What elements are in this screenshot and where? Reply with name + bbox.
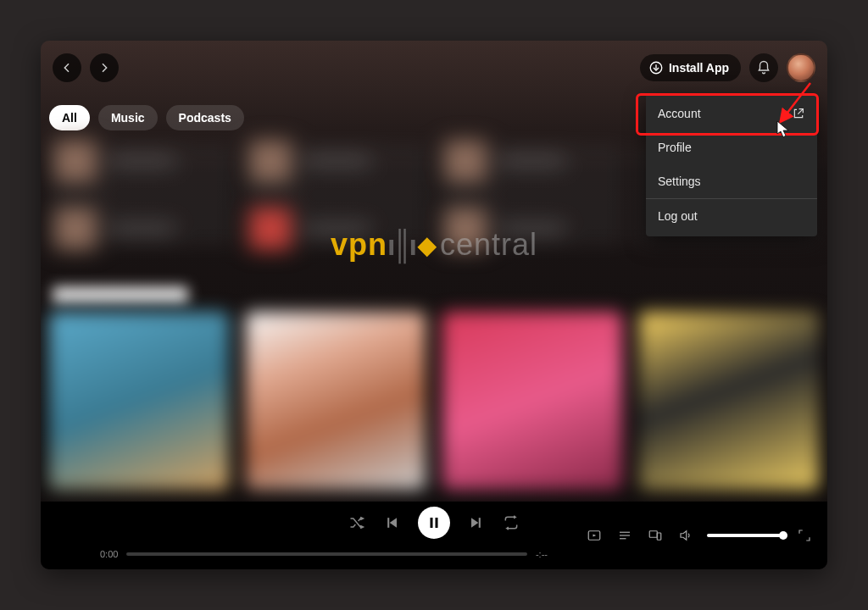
shuffle-icon xyxy=(348,514,365,531)
shuffle-button[interactable] xyxy=(347,513,367,533)
svg-marker-4 xyxy=(390,518,397,528)
menu-item-label: Log out xyxy=(658,209,698,223)
pause-icon xyxy=(426,515,442,530)
svg-rect-9 xyxy=(479,518,481,528)
video-icon xyxy=(587,528,602,543)
previous-button[interactable] xyxy=(382,513,403,533)
user-menu-dropdown: Account Profile Settings Log out xyxy=(646,93,817,236)
progress-slider[interactable] xyxy=(126,552,527,556)
chevron-right-icon xyxy=(97,61,111,75)
player-right-controls xyxy=(585,502,814,569)
queue-button[interactable] xyxy=(615,526,634,545)
chevron-left-icon xyxy=(60,61,74,75)
nav-forward-button[interactable] xyxy=(90,53,119,82)
playback-controls xyxy=(347,507,521,539)
menu-item-label: Profile xyxy=(658,141,692,154)
skip-back-icon xyxy=(384,514,401,531)
repeat-button[interactable] xyxy=(501,513,521,533)
repeat-icon xyxy=(503,514,520,531)
volume-slider[interactable] xyxy=(707,534,783,537)
menu-item-profile[interactable]: Profile xyxy=(646,130,817,164)
user-avatar-button[interactable] xyxy=(787,53,815,82)
svg-marker-11 xyxy=(593,535,597,537)
shortcut-card[interactable] xyxy=(49,144,234,246)
play-pause-button[interactable] xyxy=(418,507,450,539)
top-bar: Install App xyxy=(41,41,827,95)
album-card[interactable] xyxy=(246,312,426,490)
elapsed-time: 0:00 xyxy=(100,549,118,559)
connect-device-button[interactable] xyxy=(646,526,665,545)
mute-button[interactable] xyxy=(676,526,695,545)
filter-chip-podcasts[interactable]: Podcasts xyxy=(166,105,244,130)
svg-marker-17 xyxy=(681,531,687,541)
nav-back-button[interactable] xyxy=(53,53,81,82)
album-card[interactable] xyxy=(639,312,819,490)
svg-rect-6 xyxy=(431,518,433,528)
svg-rect-5 xyxy=(387,518,389,528)
expand-icon xyxy=(797,528,812,543)
menu-item-label: Account xyxy=(658,107,701,120)
album-card[interactable] xyxy=(49,312,229,490)
shortcut-card[interactable] xyxy=(244,144,429,246)
fullscreen-button[interactable] xyxy=(795,526,814,545)
external-link-icon xyxy=(792,107,805,120)
menu-item-account[interactable]: Account xyxy=(646,97,817,130)
queue-icon xyxy=(617,528,632,543)
menu-item-logout[interactable]: Log out xyxy=(646,198,817,233)
filter-chip-row: All Music Podcasts xyxy=(49,105,244,130)
recommendation-row xyxy=(49,312,819,490)
next-button[interactable] xyxy=(465,513,486,533)
devices-icon xyxy=(648,528,663,543)
notifications-button[interactable] xyxy=(749,53,778,82)
total-time: -:-- xyxy=(536,549,548,559)
now-playing-view-button[interactable] xyxy=(585,526,604,545)
svg-marker-8 xyxy=(471,518,478,528)
skip-forward-icon xyxy=(467,514,484,531)
svg-rect-15 xyxy=(649,531,657,538)
download-icon xyxy=(648,60,664,75)
svg-rect-16 xyxy=(657,533,661,540)
section-heading xyxy=(53,286,188,303)
volume-icon xyxy=(678,528,693,543)
filter-chip-music[interactable]: Music xyxy=(98,105,158,130)
install-app-label: Install App xyxy=(669,61,729,75)
album-card[interactable] xyxy=(442,312,622,490)
player-bar: 0:00 -:-- xyxy=(41,502,827,569)
menu-item-label: Settings xyxy=(658,175,701,188)
shortcut-card[interactable] xyxy=(439,144,624,246)
svg-rect-7 xyxy=(436,518,438,528)
app-window: Install App All Music Podcasts xyxy=(41,41,827,569)
filter-chip-all[interactable]: All xyxy=(49,105,90,130)
menu-item-settings[interactable]: Settings xyxy=(646,164,817,198)
bell-icon xyxy=(756,60,771,75)
install-app-button[interactable]: Install App xyxy=(640,54,741,81)
progress-bar-row: 0:00 -:-- xyxy=(100,549,548,559)
